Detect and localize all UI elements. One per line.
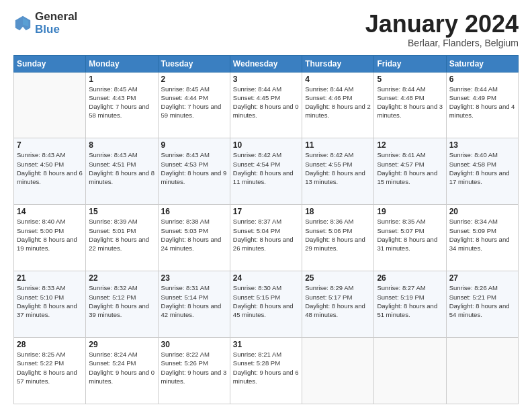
calendar-day: 19 Sunrise: 8:35 AMSunset: 5:07 PMDaylig… bbox=[374, 205, 446, 271]
calendar-day bbox=[14, 72, 86, 138]
day-number: 18 bbox=[305, 207, 371, 216]
calendar-day: 6 Sunrise: 8:44 AMSunset: 4:49 PMDayligh… bbox=[446, 72, 518, 138]
calendar-day: 18 Sunrise: 8:36 AMSunset: 5:06 PMDaylig… bbox=[302, 205, 374, 271]
day-info: Sunrise: 8:44 AMSunset: 4:48 PMDaylight:… bbox=[377, 85, 443, 120]
calendar-week-0: 1 Sunrise: 8:45 AMSunset: 4:43 PMDayligh… bbox=[14, 72, 519, 138]
calendar-day: 13 Sunrise: 8:40 AMSunset: 4:58 PMDaylig… bbox=[446, 138, 518, 205]
calendar-day: 25 Sunrise: 8:29 AMSunset: 5:17 PMDaylig… bbox=[302, 271, 374, 338]
day-number: 26 bbox=[377, 273, 443, 283]
calendar-day: 12 Sunrise: 8:41 AMSunset: 4:57 PMDaylig… bbox=[374, 138, 446, 205]
calendar-day: 11 Sunrise: 8:42 AMSunset: 4:55 PMDaylig… bbox=[302, 138, 374, 205]
calendar-day: 1 Sunrise: 8:45 AMSunset: 4:43 PMDayligh… bbox=[86, 72, 158, 138]
day-info: Sunrise: 8:21 AMSunset: 5:28 PMDaylight:… bbox=[233, 350, 299, 385]
day-number: 21 bbox=[17, 273, 83, 283]
header-row: Sunday Monday Tuesday Wednesday Thursday… bbox=[14, 55, 519, 72]
day-info: Sunrise: 8:43 AMSunset: 4:51 PMDaylight:… bbox=[89, 150, 154, 186]
calendar-day bbox=[302, 338, 374, 404]
logo: General Blue bbox=[13, 11, 77, 36]
day-number: 1 bbox=[89, 75, 154, 84]
day-info: Sunrise: 8:43 AMSunset: 4:53 PMDaylight:… bbox=[161, 150, 227, 186]
header: General Blue January 2024 Berlaar, Fland… bbox=[13, 11, 519, 48]
day-info: Sunrise: 8:34 AMSunset: 5:09 PMDaylight:… bbox=[449, 217, 515, 253]
day-number: 9 bbox=[161, 140, 227, 150]
calendar-day: 16 Sunrise: 8:38 AMSunset: 5:03 PMDaylig… bbox=[158, 205, 230, 271]
calendar-week-1: 7 Sunrise: 8:43 AMSunset: 4:50 PMDayligh… bbox=[14, 138, 519, 205]
col-sunday: Sunday bbox=[14, 55, 86, 72]
day-info: Sunrise: 8:32 AMSunset: 5:12 PMDaylight:… bbox=[89, 283, 154, 319]
day-info: Sunrise: 8:42 AMSunset: 4:55 PMDaylight:… bbox=[305, 150, 371, 186]
logo-general-text: General bbox=[35, 11, 77, 24]
day-info: Sunrise: 8:31 AMSunset: 5:14 PMDaylight:… bbox=[161, 283, 227, 319]
col-tuesday: Tuesday bbox=[158, 55, 230, 72]
calendar-day bbox=[446, 338, 518, 404]
calendar-day: 21 Sunrise: 8:33 AMSunset: 5:10 PMDaylig… bbox=[14, 271, 86, 338]
day-info: Sunrise: 8:40 AMSunset: 4:58 PMDaylight:… bbox=[449, 150, 515, 186]
calendar-day: 15 Sunrise: 8:39 AMSunset: 5:01 PMDaylig… bbox=[86, 205, 158, 271]
day-number: 19 bbox=[377, 207, 443, 216]
day-number: 23 bbox=[161, 273, 227, 283]
calendar-day: 28 Sunrise: 8:25 AMSunset: 5:22 PMDaylig… bbox=[14, 338, 86, 404]
day-info: Sunrise: 8:29 AMSunset: 5:17 PMDaylight:… bbox=[305, 283, 371, 319]
day-info: Sunrise: 8:42 AMSunset: 4:54 PMDaylight:… bbox=[233, 150, 299, 186]
day-info: Sunrise: 8:36 AMSunset: 5:06 PMDaylight:… bbox=[305, 217, 371, 253]
calendar-body: 1 Sunrise: 8:45 AMSunset: 4:43 PMDayligh… bbox=[14, 72, 519, 404]
day-number: 11 bbox=[305, 140, 371, 150]
day-number: 16 bbox=[161, 207, 227, 216]
day-number: 8 bbox=[89, 140, 154, 150]
day-number: 17 bbox=[233, 207, 299, 216]
day-info: Sunrise: 8:44 AMSunset: 4:49 PMDaylight:… bbox=[449, 85, 515, 120]
day-info: Sunrise: 8:33 AMSunset: 5:10 PMDaylight:… bbox=[17, 283, 83, 319]
day-info: Sunrise: 8:40 AMSunset: 5:00 PMDaylight:… bbox=[17, 217, 83, 253]
day-info: Sunrise: 8:38 AMSunset: 5:03 PMDaylight:… bbox=[161, 217, 227, 253]
day-number: 7 bbox=[17, 140, 83, 150]
calendar-day: 17 Sunrise: 8:37 AMSunset: 5:04 PMDaylig… bbox=[230, 205, 302, 271]
col-wednesday: Wednesday bbox=[230, 55, 302, 72]
col-saturday: Saturday bbox=[446, 55, 518, 72]
calendar-day: 3 Sunrise: 8:44 AMSunset: 4:45 PMDayligh… bbox=[230, 72, 302, 138]
calendar-day: 4 Sunrise: 8:44 AMSunset: 4:46 PMDayligh… bbox=[302, 72, 374, 138]
day-info: Sunrise: 8:39 AMSunset: 5:01 PMDaylight:… bbox=[89, 217, 154, 253]
day-number: 6 bbox=[449, 75, 515, 84]
calendar-day: 26 Sunrise: 8:27 AMSunset: 5:19 PMDaylig… bbox=[374, 271, 446, 338]
day-info: Sunrise: 8:41 AMSunset: 4:57 PMDaylight:… bbox=[377, 150, 443, 186]
calendar-week-2: 14 Sunrise: 8:40 AMSunset: 5:00 PMDaylig… bbox=[14, 205, 519, 271]
day-number: 5 bbox=[377, 75, 443, 84]
day-info: Sunrise: 8:26 AMSunset: 5:21 PMDaylight:… bbox=[449, 283, 515, 319]
logo-text: General Blue bbox=[35, 11, 77, 36]
subtitle: Berlaar, Flanders, Belgium bbox=[365, 38, 519, 48]
calendar-day: 8 Sunrise: 8:43 AMSunset: 4:51 PMDayligh… bbox=[86, 138, 158, 205]
calendar-day: 23 Sunrise: 8:31 AMSunset: 5:14 PMDaylig… bbox=[158, 271, 230, 338]
day-info: Sunrise: 8:45 AMSunset: 4:44 PMDaylight:… bbox=[161, 85, 227, 120]
calendar-day bbox=[374, 338, 446, 404]
day-number: 12 bbox=[377, 140, 443, 150]
day-number: 15 bbox=[89, 207, 154, 216]
day-info: Sunrise: 8:27 AMSunset: 5:19 PMDaylight:… bbox=[377, 283, 443, 319]
day-info: Sunrise: 8:45 AMSunset: 4:43 PMDaylight:… bbox=[89, 85, 154, 120]
calendar-day: 2 Sunrise: 8:45 AMSunset: 4:44 PMDayligh… bbox=[158, 72, 230, 138]
page: General Blue January 2024 Berlaar, Fland… bbox=[0, 0, 532, 411]
day-number: 13 bbox=[449, 140, 515, 150]
calendar-day: 30 Sunrise: 8:22 AMSunset: 5:26 PMDaylig… bbox=[158, 338, 230, 404]
day-number: 28 bbox=[17, 340, 83, 349]
calendar-day: 5 Sunrise: 8:44 AMSunset: 4:48 PMDayligh… bbox=[374, 72, 446, 138]
main-title: January 2024 bbox=[365, 11, 519, 38]
calendar-header: Sunday Monday Tuesday Wednesday Thursday… bbox=[14, 55, 519, 72]
day-info: Sunrise: 8:37 AMSunset: 5:04 PMDaylight:… bbox=[233, 217, 299, 253]
calendar-day: 14 Sunrise: 8:40 AMSunset: 5:00 PMDaylig… bbox=[14, 205, 86, 271]
day-number: 29 bbox=[89, 340, 154, 349]
day-number: 4 bbox=[305, 75, 371, 84]
day-number: 14 bbox=[17, 207, 83, 216]
calendar-table: Sunday Monday Tuesday Wednesday Thursday… bbox=[13, 55, 519, 404]
day-info: Sunrise: 8:44 AMSunset: 4:46 PMDaylight:… bbox=[305, 85, 371, 120]
day-number: 3 bbox=[233, 75, 299, 84]
day-number: 10 bbox=[233, 140, 299, 150]
calendar-day: 10 Sunrise: 8:42 AMSunset: 4:54 PMDaylig… bbox=[230, 138, 302, 205]
title-block: January 2024 Berlaar, Flanders, Belgium bbox=[365, 11, 519, 48]
day-info: Sunrise: 8:22 AMSunset: 5:26 PMDaylight:… bbox=[161, 350, 227, 385]
day-number: 22 bbox=[89, 273, 154, 283]
day-number: 30 bbox=[161, 340, 227, 349]
day-info: Sunrise: 8:24 AMSunset: 5:24 PMDaylight:… bbox=[89, 350, 154, 385]
calendar-day: 22 Sunrise: 8:32 AMSunset: 5:12 PMDaylig… bbox=[86, 271, 158, 338]
calendar-week-3: 21 Sunrise: 8:33 AMSunset: 5:10 PMDaylig… bbox=[14, 271, 519, 338]
col-thursday: Thursday bbox=[302, 55, 374, 72]
